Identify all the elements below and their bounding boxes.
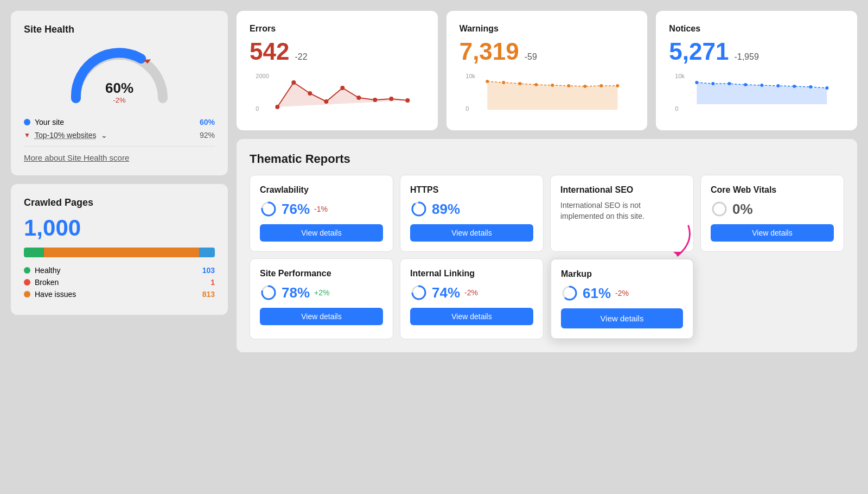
crawled-progress-bar bbox=[24, 248, 215, 257]
svg-point-24 bbox=[583, 85, 586, 88]
empty-cell bbox=[700, 258, 844, 339]
warnings-title: Warnings bbox=[459, 24, 635, 34]
pb-healthy bbox=[24, 248, 43, 257]
markup-view-btn[interactable]: View details bbox=[561, 308, 683, 328]
site-health-title: Site Health bbox=[24, 24, 215, 35]
stats-row: Errors 542 -22 2000 0 bbox=[237, 11, 857, 130]
internal-linking-circle-icon bbox=[410, 284, 427, 301]
crawlability-circle-icon bbox=[260, 200, 277, 218]
your-site-value: 60% bbox=[200, 118, 215, 126]
warnings-main: 7,319 -59 bbox=[459, 38, 635, 65]
https-score: 89% bbox=[410, 200, 533, 218]
svg-point-10 bbox=[340, 86, 344, 90]
divider bbox=[24, 146, 215, 147]
svg-text:10k: 10k bbox=[465, 73, 475, 79]
top10-label[interactable]: Top-10% websites bbox=[35, 131, 97, 140]
broken-dot bbox=[24, 279, 30, 286]
markup-percent: 61% bbox=[583, 285, 611, 302]
svg-point-13 bbox=[389, 97, 393, 101]
markup-delta: -2% bbox=[615, 289, 629, 297]
issues-legend: Have issues 813 bbox=[24, 290, 215, 299]
svg-point-8 bbox=[308, 91, 312, 96]
healthy-dot bbox=[24, 267, 30, 274]
errors-delta: -22 bbox=[295, 52, 307, 62]
notices-card: Notices 5,271 -1,959 10k 0 bbox=[656, 11, 857, 130]
broken-label: Broken bbox=[35, 278, 59, 287]
svg-point-32 bbox=[728, 82, 731, 85]
markup-title: Markup bbox=[561, 269, 683, 279]
crawled-count: 1,000 bbox=[24, 215, 215, 241]
issues-label: Have issues bbox=[35, 290, 76, 299]
your-site-label: Your site bbox=[35, 118, 64, 126]
svg-point-25 bbox=[599, 84, 603, 87]
warnings-delta: -59 bbox=[525, 52, 537, 62]
thematic-reports-section: Thematic Reports Crawlability 76% -1% V bbox=[237, 139, 857, 352]
more-about-link[interactable]: More about Site Health score bbox=[24, 153, 215, 162]
internal-linking-percent: 74% bbox=[432, 284, 460, 301]
broken-count: 1 bbox=[210, 278, 215, 287]
svg-point-33 bbox=[744, 83, 748, 86]
svg-point-34 bbox=[761, 84, 764, 87]
svg-point-38 bbox=[826, 86, 829, 90]
core-web-vitals-circle-icon bbox=[711, 200, 728, 218]
svg-text:0: 0 bbox=[256, 105, 259, 112]
svg-point-18 bbox=[486, 80, 489, 83]
svg-point-31 bbox=[712, 82, 715, 85]
crawlability-delta: -1% bbox=[314, 205, 328, 213]
crawlability-percent: 76% bbox=[282, 201, 310, 218]
errors-chart: 2000 0 bbox=[250, 72, 425, 115]
svg-point-42 bbox=[412, 202, 425, 216]
errors-value: 542 bbox=[250, 38, 289, 65]
https-title: HTTPS bbox=[410, 185, 533, 195]
markup-score: 61% -2% bbox=[561, 284, 683, 302]
https-view-btn[interactable]: View details bbox=[410, 224, 533, 242]
left-column: Site Health 60% -2% bbox=[11, 11, 228, 352]
notices-delta: -1,959 bbox=[734, 52, 758, 62]
internal-linking-view-btn[interactable]: View details bbox=[410, 308, 533, 325]
site-performance-view-btn[interactable]: View details bbox=[260, 308, 383, 325]
notices-value: 5,271 bbox=[669, 38, 729, 65]
crawlability-title: Crawlability bbox=[260, 185, 383, 195]
https-percent: 89% bbox=[432, 201, 460, 218]
internal-linking-card: Internal Linking 74% -2% View details bbox=[400, 258, 544, 339]
markup-card-wrapper: Markup 61% -2% View details bbox=[550, 258, 694, 339]
crawlability-card: Crawlability 76% -1% View details bbox=[250, 175, 393, 252]
top10-arrow-icon: ▼ bbox=[24, 131, 30, 139]
core-web-vitals-score: 0% bbox=[711, 200, 834, 218]
pb-issues bbox=[44, 248, 199, 257]
site-performance-title: Site Performance bbox=[260, 269, 383, 278]
thematic-row1: Crawlability 76% -1% View details HTTPS bbox=[250, 175, 844, 252]
svg-text:2000: 2000 bbox=[256, 73, 269, 79]
core-web-vitals-view-btn[interactable]: View details bbox=[711, 224, 834, 242]
svg-point-21 bbox=[534, 83, 538, 86]
pb-other bbox=[199, 248, 215, 257]
international-seo-note: International SEO is not implemented on … bbox=[560, 200, 684, 221]
svg-point-37 bbox=[809, 85, 813, 88]
international-seo-title: International SEO bbox=[560, 185, 684, 195]
right-column: Errors 542 -22 2000 0 bbox=[237, 11, 857, 352]
https-card: HTTPS 89% View details bbox=[400, 175, 544, 252]
top10-legend: ▼ Top-10% websites ⌄ 92% bbox=[24, 131, 215, 140]
crawlability-score: 76% -1% bbox=[260, 200, 383, 218]
site-performance-circle-icon bbox=[260, 284, 277, 301]
arrow-annotation-icon bbox=[650, 220, 699, 264]
warnings-card: Warnings 7,319 -59 10k 0 bbox=[446, 11, 648, 130]
svg-point-43 bbox=[713, 202, 726, 216]
top10-chevron-icon[interactable]: ⌄ bbox=[101, 131, 107, 140]
svg-text:0: 0 bbox=[675, 105, 679, 112]
healthy-legend: Healthy 103 bbox=[24, 266, 215, 275]
warnings-chart: 10k 0 bbox=[459, 72, 635, 115]
internal-linking-delta: -2% bbox=[464, 288, 478, 297]
errors-title: Errors bbox=[250, 24, 425, 34]
issues-dot bbox=[24, 291, 30, 297]
crawlability-view-btn[interactable]: View details bbox=[260, 224, 383, 242]
svg-point-20 bbox=[518, 82, 521, 85]
site-performance-percent: 78% bbox=[282, 284, 310, 301]
errors-card: Errors 542 -22 2000 0 bbox=[237, 11, 438, 130]
svg-point-12 bbox=[373, 98, 377, 102]
svg-point-26 bbox=[616, 84, 619, 87]
svg-text:0: 0 bbox=[465, 105, 469, 112]
svg-point-7 bbox=[291, 80, 296, 85]
errors-main: 542 -22 bbox=[250, 38, 425, 65]
healthy-label: Healthy bbox=[35, 266, 60, 275]
